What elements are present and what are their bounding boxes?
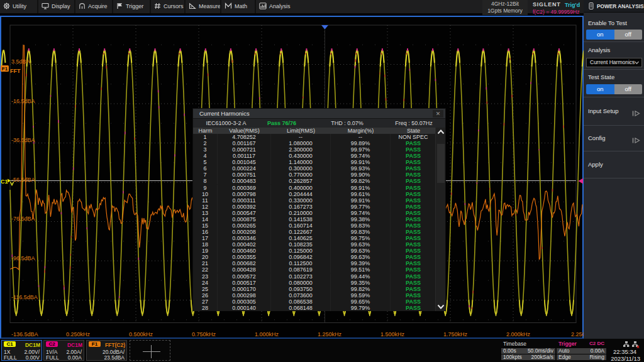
svg-text:-36.5dBA: -36.5dBA: [11, 137, 35, 143]
svg-text:C1: C1: [1, 178, 8, 185]
svg-text:2.000kHz: 2.000kHz: [506, 331, 531, 337]
svg-text:1.250kHz: 1.250kHz: [318, 331, 342, 337]
svg-text:3.5dBA: 3.5dBA: [11, 58, 30, 65]
svg-text:1.000kHz: 1.000kHz: [255, 331, 279, 337]
svg-text:FFT: FFT: [10, 68, 21, 74]
svg-text:0.250kHz: 0.250kHz: [66, 331, 91, 337]
svg-text:0.750kHz: 0.750kHz: [192, 331, 216, 337]
svg-text:-136.5dBA: -136.5dBA: [11, 331, 38, 337]
svg-text:-16.5dBA: -16.5dBA: [11, 98, 35, 104]
svg-text:2.250: 2.250: [571, 331, 584, 337]
svg-text:-76.5dBA: -76.5dBA: [11, 216, 35, 222]
svg-text:1.500kHz: 1.500kHz: [380, 331, 405, 337]
svg-text:-56.5dBA: -56.5dBA: [11, 177, 35, 183]
svg-text:1.750kHz: 1.750kHz: [443, 331, 468, 337]
svg-text:-116.5dBA: -116.5dBA: [11, 294, 38, 300]
svg-text:F1: F1: [2, 66, 8, 72]
svg-text:0.500kHz: 0.500kHz: [129, 331, 153, 337]
svg-text:-96.5dBA: -96.5dBA: [11, 255, 35, 261]
svg-text:x: x: [636, 344, 640, 349]
